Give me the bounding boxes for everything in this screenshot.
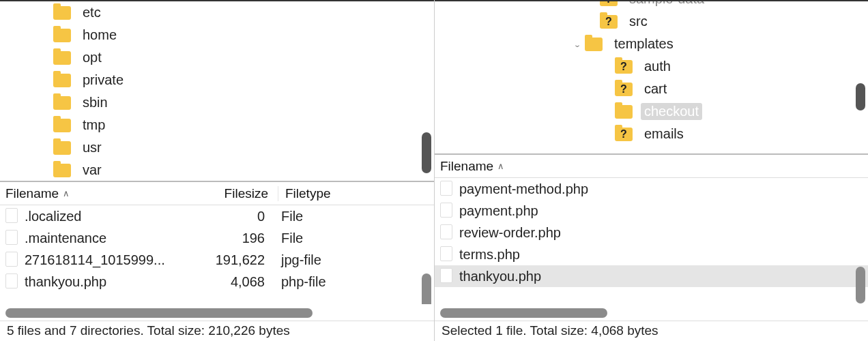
tree-item-label: emails — [641, 125, 687, 143]
remote-list-header: Filename∧ — [435, 155, 868, 178]
tree-item-label: cart — [641, 80, 670, 98]
folder-icon — [53, 6, 71, 20]
tree-item-label: etc — [79, 4, 104, 21]
col-filetype[interactable]: Filetype — [278, 186, 360, 201]
cell-filesize: 191,622 — [192, 252, 274, 268]
list-row[interactable]: 271618114_1015999...191,622jpg-file — [0, 249, 434, 271]
list-row[interactable]: payment.php — [435, 200, 868, 222]
list-row[interactable]: review-order.php — [435, 222, 868, 243]
tree-item-label: checkout — [641, 103, 702, 120]
remote-tree[interactable]: sample-datasrc⌄templatesauthcartcheckout… — [435, 0, 868, 153]
tree-item[interactable]: src — [435, 10, 868, 33]
sort-asc-icon: ∧ — [63, 188, 70, 198]
tree-item-label: templates — [611, 35, 677, 53]
tree-item-label: private — [79, 72, 127, 89]
col-filename[interactable]: Filename∧ — [5, 186, 197, 201]
remote-list-vscroll[interactable] — [856, 267, 865, 303]
cell-filetype: jpg-file — [274, 252, 356, 268]
tree-item-label: var — [79, 162, 105, 179]
tree-item[interactable]: home — [0, 24, 434, 46]
cell-filename: payment.php — [459, 203, 863, 219]
folder-icon — [53, 74, 71, 87]
tree-item-label: auth — [641, 58, 674, 75]
cell-filetype: php-file — [274, 274, 356, 290]
list-row[interactable]: thankyou.php4,068php-file — [0, 271, 434, 293]
col-filesize[interactable]: Filesize — [197, 186, 278, 201]
folder-unknown-icon — [615, 128, 633, 141]
remote-list-hscroll[interactable] — [440, 308, 863, 318]
file-icon — [440, 203, 452, 218]
cell-filesize: 196 — [192, 231, 274, 246]
file-icon — [5, 230, 18, 245]
cell-filesize: 4,068 — [192, 274, 274, 290]
cell-filename: review-order.php — [459, 225, 863, 241]
cell-filetype: File — [274, 209, 356, 224]
local-file-list: Filename∧ Filesize Filetype .localized0F… — [0, 181, 434, 341]
cell-filename: thankyou.php — [459, 269, 863, 284]
tree-item[interactable]: opt — [0, 46, 434, 69]
chevron-down-icon[interactable]: ⌄ — [570, 39, 585, 50]
local-list-vscroll[interactable] — [422, 273, 431, 304]
local-pane: etchomeoptprivatesbintmpusrvar Filename∧… — [0, 0, 434, 341]
cell-filename: payment-method.php — [459, 181, 863, 197]
list-row[interactable]: payment-method.php — [435, 178, 868, 200]
folder-unknown-icon — [615, 83, 633, 96]
tree-item[interactable]: auth — [435, 55, 868, 78]
folder-icon — [53, 51, 71, 65]
tree-item-label: home — [79, 27, 120, 44]
remote-tree-scrollbar[interactable] — [856, 83, 865, 110]
file-icon — [5, 208, 18, 223]
list-row[interactable]: thankyou.php — [435, 265, 868, 287]
file-icon — [440, 268, 452, 283]
folder-unknown-icon — [615, 60, 633, 74]
cell-filesize: 0 — [192, 209, 274, 224]
tree-item-label: usr — [79, 139, 105, 156]
folder-unknown-icon — [600, 15, 618, 29]
tree-item-label: src — [626, 13, 651, 30]
folder-icon — [615, 105, 633, 119]
folder-icon — [53, 29, 71, 42]
local-tree-scrollbar[interactable] — [422, 132, 431, 173]
cell-filetype: File — [274, 231, 356, 246]
file-icon — [440, 246, 452, 261]
tree-item[interactable]: sbin — [0, 91, 434, 114]
file-icon — [440, 181, 452, 196]
tree-item[interactable]: emails — [435, 123, 868, 145]
tree-item[interactable]: private — [0, 69, 434, 91]
list-row[interactable]: terms.php — [435, 243, 868, 265]
ftp-dual-pane: etchomeoptprivatesbintmpusrvar Filename∧… — [0, 0, 868, 341]
folder-icon — [585, 38, 603, 51]
folder-icon — [53, 164, 71, 177]
col-filename[interactable]: Filename∧ — [440, 159, 631, 174]
local-status: 5 files and 7 directories. Total size: 2… — [0, 321, 434, 341]
tree-item[interactable]: ⌄templates — [435, 33, 868, 55]
local-tree[interactable]: etchomeoptprivatesbintmpusrvar — [0, 0, 434, 181]
folder-unknown-icon — [600, 0, 618, 6]
file-icon — [5, 252, 18, 267]
tree-item[interactable]: tmp — [0, 114, 434, 136]
local-list-hscroll[interactable] — [5, 308, 429, 318]
tree-item[interactable]: cart — [435, 78, 868, 100]
cell-filename: 271618114_1015999... — [25, 252, 192, 268]
tree-item-label: sbin — [79, 94, 111, 111]
cell-filename: terms.php — [459, 247, 863, 263]
tree-item[interactable]: usr — [0, 136, 434, 159]
tree-item[interactable]: var — [0, 159, 434, 181]
list-row[interactable]: .maintenance196File — [0, 227, 434, 249]
local-list-body[interactable]: .localized0File.maintenance196File271618… — [0, 205, 434, 304]
tree-item[interactable]: checkout — [435, 100, 868, 123]
remote-status: Selected 1 file. Total size: 4,068 bytes — [435, 321, 868, 341]
tree-item[interactable]: etc — [0, 1, 434, 24]
cell-filename: thankyou.php — [25, 274, 192, 290]
list-row[interactable]: .localized0File — [0, 205, 434, 227]
folder-icon — [53, 119, 71, 132]
cell-filename: .localized — [25, 209, 192, 224]
tree-item[interactable]: sample-data — [435, 0, 868, 10]
file-icon — [5, 273, 18, 288]
sort-asc-icon: ∧ — [497, 161, 504, 171]
folder-icon — [53, 141, 71, 155]
tree-item-label: sample-data — [626, 0, 708, 8]
tree-item-label: tmp — [79, 117, 108, 134]
remote-list-body[interactable]: payment-method.phppayment.phpreview-orde… — [435, 178, 868, 304]
local-list-header: Filename∧ Filesize Filetype — [0, 182, 434, 205]
